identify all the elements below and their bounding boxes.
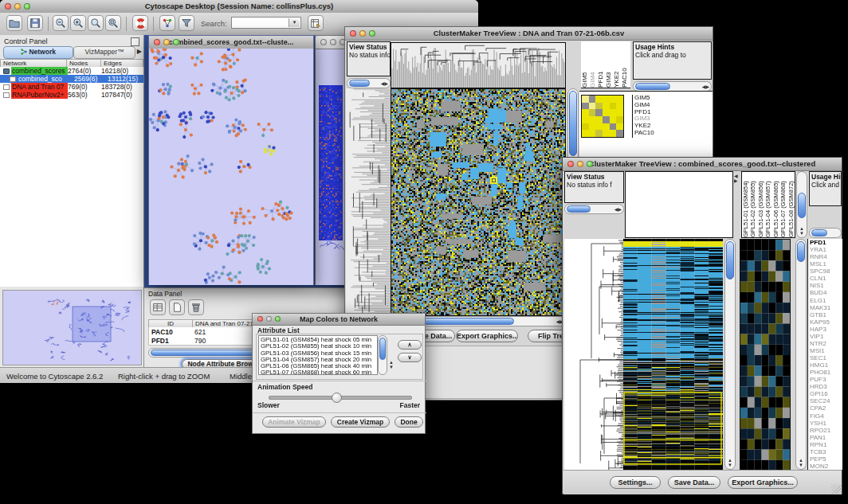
network-overview-panel[interactable]	[2, 290, 142, 365]
zoom-button[interactable]	[369, 30, 375, 37]
network-view-icon[interactable]	[159, 15, 175, 31]
delete-attribute-icon[interactable]	[188, 299, 204, 315]
heatmap-cell[interactable]	[589, 123, 596, 131]
heatmap-cell[interactable]	[589, 116, 596, 123]
close-button[interactable]	[350, 30, 356, 37]
zoom-button[interactable]	[24, 3, 30, 10]
heatmap-cell[interactable]	[582, 96, 589, 103]
create-vizmap-button[interactable]: Create Vizmap	[331, 416, 390, 428]
heatmap-cell[interactable]	[582, 130, 589, 137]
float-panel-icon[interactable]	[131, 37, 139, 46]
column-labels-scrollbar[interactable]: ▲▼	[796, 171, 807, 238]
attribute-list-item[interactable]: GPL51-06 (GSM865) heat shock 40 min	[261, 363, 375, 369]
view-status-scrollbar[interactable]: ◀▶	[564, 204, 624, 214]
zoom-out-icon[interactable]	[53, 15, 69, 31]
heatmap-cell[interactable]	[610, 116, 617, 123]
main-titlebar[interactable]: Cytoscape Desktop (Session Name: collins…	[0, 0, 478, 14]
heatmap-cell[interactable]	[595, 116, 603, 123]
network-table-row[interactable]: combined_scores2764(0)16218(0)	[0, 67, 143, 75]
attribute-list[interactable]: GPL51-01 (GSM854) heat shock 05 minGPL51…	[258, 335, 378, 375]
minimize-button[interactable]	[14, 3, 21, 10]
heatmap-canvas[interactable]	[391, 88, 566, 316]
minimize-button[interactable]	[359, 30, 366, 37]
heatmap-cell[interactable]	[595, 96, 603, 103]
heatmap-cell[interactable]	[589, 130, 596, 137]
heatmap-cell[interactable]	[589, 109, 596, 116]
move-up-button[interactable]: ∧	[398, 340, 422, 350]
attribute-list-item[interactable]: GPL51-03 (GSM856) heat shock 15 min	[261, 350, 375, 357]
zoom-in-icon[interactable]	[70, 15, 86, 31]
close-button[interactable]	[567, 161, 574, 167]
heatmap-cell[interactable]	[595, 109, 603, 116]
heatmap-cell[interactable]	[603, 103, 610, 110]
close-button[interactable]	[257, 316, 263, 322]
attribute-list-item[interactable]: GPL51-04 (GSM857) heat shock 20 min	[261, 357, 375, 363]
heatmap-cell[interactable]	[603, 123, 610, 131]
heatmap-cell[interactable]	[616, 116, 623, 123]
row-dendrogram-canvas[interactable]	[346, 88, 391, 315]
open-file-icon[interactable]	[6, 15, 22, 31]
heatmap-cell[interactable]	[589, 96, 596, 103]
heatmap-cell[interactable]	[616, 123, 623, 131]
usage-hints-scrollbar[interactable]	[809, 228, 842, 238]
treeview1-titlebar[interactable]: ClusterMaker TreeView : DNA and Tran 07-…	[345, 27, 713, 41]
column-dendrogram-canvas[interactable]	[391, 42, 566, 88]
search-input[interactable]: ▼	[231, 17, 301, 29]
heatmap-cell[interactable]	[603, 109, 610, 116]
tab-overflow-icon[interactable]: ▶	[137, 48, 142, 55]
settings-button[interactable]: Settings...	[610, 476, 661, 489]
cluster-window-titlebar[interactable]: combined_scores_good.txt--cluste...	[149, 36, 313, 49]
heatmap-cell[interactable]	[582, 103, 589, 110]
list-arrow-icons[interactable]: ▲▼	[389, 360, 394, 369]
heatmap-cell[interactable]	[582, 116, 589, 123]
heatmap-cell[interactable]	[616, 109, 623, 116]
heatmap-cell[interactable]	[603, 130, 610, 137]
minimize-button[interactable]	[577, 161, 583, 167]
zoom-button[interactable]	[275, 316, 281, 322]
done-button[interactable]: Done	[395, 416, 423, 428]
zoom-fit-icon[interactable]	[88, 15, 104, 31]
pane-arrow-icons[interactable]: ◀▶	[734, 174, 738, 183]
network-overview-canvas[interactable]	[3, 291, 141, 365]
heatmap-cell[interactable]	[610, 130, 617, 137]
zoomed-heatmap-canvas[interactable]	[740, 239, 791, 471]
tab-network[interactable]: Network	[3, 46, 73, 59]
dialog-titlebar[interactable]: Map Colors to Network	[253, 314, 425, 326]
zoom-selected-icon[interactable]	[105, 15, 121, 31]
export-graphics-button[interactable]: Export Graphics...	[728, 476, 798, 489]
slider-thumb[interactable]	[332, 393, 342, 403]
view-status-scrollbar[interactable]: ◀▶	[347, 78, 391, 88]
heatmap-cell[interactable]	[595, 103, 603, 110]
new-attribute-icon[interactable]	[169, 299, 185, 315]
heatmap-cell[interactable]	[616, 103, 623, 110]
window-controls[interactable]	[5, 3, 30, 10]
save-data-button[interactable]: Save Data...	[668, 476, 720, 489]
move-down-button[interactable]: ∨	[398, 353, 422, 362]
speed-slider[interactable]	[269, 396, 412, 400]
heatmap-cell[interactable]	[603, 96, 610, 103]
heatmap-cell[interactable]	[595, 123, 603, 131]
zoom-button[interactable]	[587, 161, 593, 167]
heatmap-cell[interactable]	[616, 130, 623, 137]
network-canvas[interactable]	[149, 49, 313, 285]
heatmap-cell[interactable]	[582, 123, 589, 131]
gene-list-scrollbar[interactable]: ▲▼	[795, 239, 807, 470]
minimize-button[interactable]	[330, 39, 336, 45]
attribute-browser-icon[interactable]	[308, 15, 324, 31]
close-button[interactable]	[154, 39, 160, 45]
heatmap-cell[interactable]	[582, 109, 589, 116]
heatmap-cell[interactable]	[610, 109, 617, 116]
tab-vizmapper[interactable]: VizMapper™	[73, 46, 135, 59]
attribute-list-scrollbar[interactable]	[378, 335, 387, 375]
resize-grip[interactable]	[831, 484, 841, 494]
network-table-row[interactable]: RNAPuberNov2+563(0)107847(0)	[0, 91, 143, 99]
minimize-button[interactable]	[266, 316, 272, 322]
heatmap-cell[interactable]	[603, 116, 610, 123]
save-session-icon[interactable]	[27, 15, 43, 31]
treeview2-titlebar[interactable]: ClusterMaker TreeView : combined_scores_…	[563, 158, 842, 171]
heatmap-cell[interactable]	[610, 96, 617, 103]
close-button[interactable]	[5, 3, 11, 10]
mini-heatmap[interactable]	[581, 95, 624, 138]
network-table-row[interactable]: DNA and Tran 07769(0)183728(0)	[0, 83, 143, 91]
filter-icon[interactable]	[179, 15, 194, 31]
